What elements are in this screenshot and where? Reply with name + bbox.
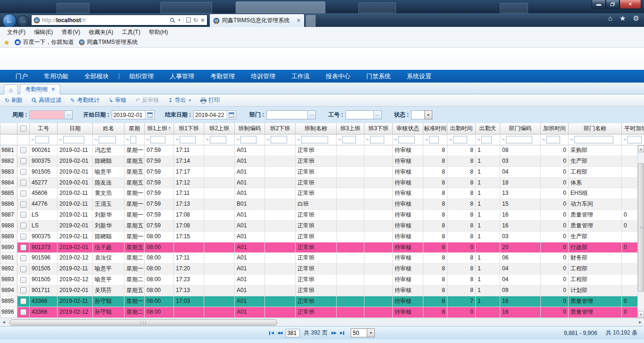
column-filter-input[interactable] bbox=[370, 136, 384, 143]
table-row[interactable]: 9885456062019-02-11黄文浩星期一07:5917:11A01正常… bbox=[0, 188, 644, 199]
column-header-code[interactable]: 班制编码 bbox=[235, 123, 265, 134]
table-row[interactable]: 9888LS2019-02-01刘新华星期五07:5917:08A01正常班待审… bbox=[0, 221, 644, 232]
browser-forward-button[interactable]: → bbox=[17, 15, 29, 26]
nav-organization[interactable]: 组织管理 bbox=[121, 72, 162, 81]
scroll-down-button[interactable]: ▼ bbox=[638, 311, 644, 318]
scroll-up-button[interactable]: ▲ bbox=[638, 145, 644, 152]
last-page-button[interactable]: ▶ bbox=[340, 331, 344, 335]
nav-common-functions[interactable]: 常用功能 bbox=[36, 72, 76, 81]
table-row[interactable]: 9896433662019-02-12孙守聪星期二08:00A01正常班待审核8… bbox=[0, 307, 644, 318]
column-header-out2[interactable]: 班2下班 bbox=[265, 123, 296, 134]
nav-attendance[interactable]: 考勤管理 bbox=[202, 72, 243, 81]
row-checkbox[interactable] bbox=[20, 287, 26, 293]
menu-favorites[interactable]: 收藏夹(A) bbox=[84, 28, 117, 36]
column-header-shift[interactable]: 班制名称 bbox=[296, 123, 337, 134]
page-size-dropdown-button[interactable]: ▼ bbox=[367, 328, 375, 337]
favorites-star-icon[interactable]: ★ bbox=[619, 15, 626, 22]
table-row[interactable]: 98909013732019-02-01伍子超星期五08:00A01正常班待审核… bbox=[0, 243, 644, 253]
row-checkbox[interactable] bbox=[20, 147, 26, 153]
column-header-dept_code[interactable]: 部门编码 bbox=[500, 123, 541, 134]
column-header-name[interactable]: 姓名 bbox=[93, 123, 124, 134]
page-size-select[interactable]: ▼ bbox=[351, 328, 375, 337]
row-checkbox[interactable] bbox=[20, 169, 26, 175]
row-checkbox[interactable] bbox=[20, 201, 26, 208]
print-button[interactable]: 打印 bbox=[200, 96, 220, 104]
row-checkbox[interactable] bbox=[20, 266, 26, 272]
column-filter-input[interactable] bbox=[574, 136, 613, 143]
column-filter-input[interactable] bbox=[506, 136, 532, 143]
department-input[interactable] bbox=[266, 110, 308, 119]
column-header-flat_ot[interactable]: 平时加班 bbox=[622, 123, 644, 134]
previous-page-button[interactable]: ◀◀ bbox=[277, 331, 282, 335]
menu-tools[interactable]: 工具(T) bbox=[117, 28, 144, 36]
column-filter-input[interactable] bbox=[342, 136, 356, 143]
table-row[interactable]: 98819002612019-02-11冯志坚星期一07:5917:11A01正… bbox=[0, 145, 644, 156]
row-checkbox[interactable] bbox=[20, 158, 26, 164]
start-date-calendar-button[interactable] bbox=[146, 110, 155, 119]
advanced-filter-button[interactable]: 高级过滤 bbox=[32, 96, 61, 104]
column-filter-input[interactable] bbox=[301, 136, 328, 143]
column-header-std[interactable]: 标准时间 bbox=[423, 123, 447, 134]
nav-hr[interactable]: 人事管理 bbox=[162, 72, 202, 81]
table-row[interactable]: 98929015052019-02-11喻意平星期一08:0017:20A01正… bbox=[0, 264, 644, 275]
nav-access-control[interactable]: 门禁系统 bbox=[358, 72, 399, 81]
first-page-button[interactable]: ◀ bbox=[269, 331, 273, 335]
home-icon[interactable]: ⌂ bbox=[608, 15, 612, 22]
vertical-scrollbar[interactable]: ▲ ≡ ▼ bbox=[637, 145, 644, 318]
row-checkbox[interactable] bbox=[20, 180, 26, 186]
column-filter-input[interactable] bbox=[481, 136, 492, 143]
column-filter-input[interactable] bbox=[271, 136, 287, 143]
refresh-button[interactable]: ↻刷新 bbox=[5, 96, 23, 104]
scroll-left-button[interactable]: ◀ bbox=[0, 319, 8, 326]
table-row[interactable]: 9895433662019-02-11孙守聪星期一08:0017:03A01正常… bbox=[0, 296, 644, 307]
end-date-input[interactable] bbox=[193, 110, 227, 119]
menu-edit[interactable]: 编辑(E) bbox=[30, 28, 57, 36]
column-header-att[interactable]: 出勤时间 bbox=[447, 123, 476, 134]
settings-gear-icon[interactable]: ⚙ bbox=[633, 15, 639, 22]
row-checkbox[interactable] bbox=[20, 244, 26, 251]
table-row[interactable]: 98919015962019-02-12袁汝仪星期二08:0017:11A01正… bbox=[0, 253, 644, 264]
column-filter-input[interactable] bbox=[453, 136, 467, 143]
menu-file[interactable]: 文件(F) bbox=[3, 28, 30, 36]
attendance-stats-button[interactable]: ✎考勤统计 bbox=[70, 96, 99, 104]
column-filter-input[interactable] bbox=[398, 136, 415, 143]
employee-id-input[interactable] bbox=[346, 110, 374, 119]
table-row[interactable]: 98829003752019-02-01陈晓聪星期五07:5917:14A01正… bbox=[0, 156, 644, 167]
column-header-in1[interactable]: 班1上班▲▼ bbox=[145, 123, 174, 134]
browser-back-button[interactable]: ← bbox=[2, 14, 17, 28]
window-restore-button[interactable] bbox=[606, 0, 619, 9]
column-filter-input[interactable] bbox=[180, 136, 196, 143]
column-header-in3[interactable]: 班3上班 bbox=[337, 123, 364, 134]
scroll-right-button[interactable]: ▶ bbox=[636, 319, 644, 326]
column-filter-input[interactable] bbox=[150, 136, 165, 143]
row-checkbox[interactable] bbox=[20, 309, 26, 315]
column-header-ot[interactable]: 加班时间 bbox=[541, 123, 569, 134]
column-header-in2[interactable]: 班2上班 bbox=[204, 123, 235, 134]
favorite-item-baidu[interactable]: 百度一下，你就知道 bbox=[15, 38, 74, 46]
column-header-days[interactable]: 出勤天 bbox=[476, 123, 500, 134]
period-lookup-button[interactable]: ⋯ bbox=[65, 110, 73, 119]
column-header-status[interactable]: 审核状态 bbox=[393, 123, 423, 134]
refresh-icon[interactable]: ↻ bbox=[193, 17, 198, 23]
nav-all-modules[interactable]: 全部模块 bbox=[76, 72, 117, 81]
column-filter-input[interactable] bbox=[210, 136, 226, 143]
status-dropdown-button[interactable]: ▼ bbox=[424, 110, 432, 119]
column-header-date[interactable]: 日期 bbox=[58, 123, 93, 134]
menu-help[interactable]: 帮助(H) bbox=[145, 28, 173, 36]
column-filter-input[interactable] bbox=[35, 136, 49, 143]
column-header-id[interactable]: 工号 bbox=[30, 123, 58, 134]
column-header-out3[interactable]: 班3下班 bbox=[364, 123, 393, 134]
row-checkbox[interactable] bbox=[20, 212, 26, 218]
table-row[interactable]: 98899003752019-02-11陈晓聪星期一08:0017:15A01正… bbox=[0, 232, 644, 243]
bottom-splitter[interactable]: ···· bbox=[0, 339, 644, 343]
column-filter-input[interactable] bbox=[63, 136, 84, 143]
window-close-button[interactable]: ✕ bbox=[619, 0, 641, 9]
nav-workflow[interactable]: 工作流 bbox=[283, 72, 318, 81]
column-filter-input[interactable] bbox=[240, 136, 256, 143]
search-icon[interactable] bbox=[170, 17, 175, 23]
tab-attendance-detail[interactable]: 考勤明细 ✕ bbox=[20, 84, 60, 94]
row-checkbox[interactable] bbox=[20, 191, 26, 197]
tab-close-icon[interactable]: ✕ bbox=[297, 17, 301, 24]
horizontal-scrollbar[interactable]: ◀ ∣∣∣ ▶ bbox=[0, 318, 644, 326]
browser-tab[interactable]: 同鑫T9IMS信息化管理系统 ✕ bbox=[209, 14, 305, 27]
